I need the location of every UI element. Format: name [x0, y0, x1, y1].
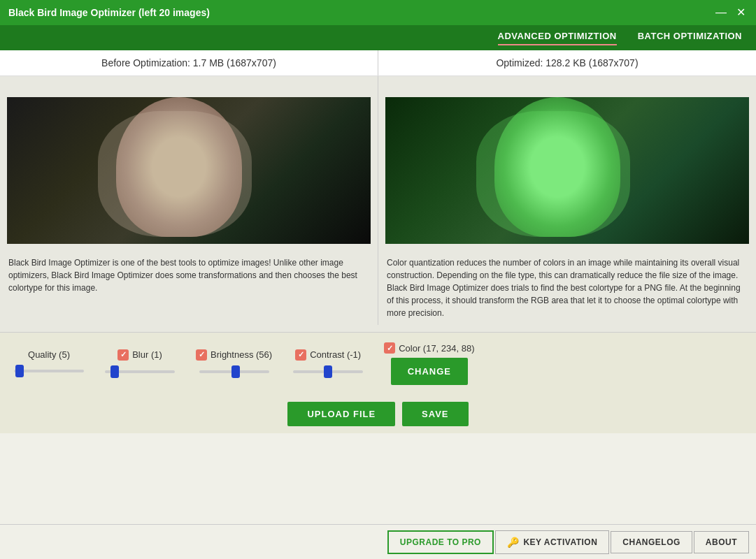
brightness-slider-container[interactable]	[199, 365, 269, 379]
brightness-slider-thumb[interactable]	[231, 365, 240, 378]
before-image-pane	[0, 76, 378, 251]
brightness-checkbox[interactable]	[196, 349, 207, 361]
quality-slider-thumb[interactable]	[15, 365, 24, 377]
after-image-pane	[378, 76, 756, 251]
contrast-control: Contrast (-1)	[293, 349, 363, 379]
upgrade-to-pro-button[interactable]: UPGRADE TO PRO	[387, 530, 494, 554]
window-controls: — ✕	[714, 6, 748, 20]
contrast-label: Contrast (-1)	[295, 349, 361, 361]
upload-file-button[interactable]: UPLOAD FILE	[287, 402, 395, 426]
key-icon: 🔑	[507, 537, 520, 548]
blur-slider-container[interactable]	[105, 365, 175, 379]
close-button[interactable]: ✕	[734, 6, 748, 20]
before-label: Before Optimization: 1.7 MB (1687x707)	[0, 50, 378, 75]
tab-batch[interactable]: BATCH OPTIMIZATION	[638, 31, 742, 45]
original-image	[7, 97, 371, 244]
changelog-button[interactable]: CHANGELOG	[611, 531, 692, 553]
contrast-checkbox[interactable]	[295, 349, 306, 361]
tab-advanced[interactable]: ADVANCED OPTIMIZTION	[498, 31, 617, 45]
about-button[interactable]: ABOUT	[694, 531, 749, 553]
comparison-header: Before Optimization: 1.7 MB (1687x707) O…	[0, 50, 756, 76]
after-image	[385, 97, 749, 244]
color-control: Color (17, 234, 88) CHANGE	[384, 342, 474, 385]
blur-label: Blur (1)	[117, 349, 162, 361]
save-button[interactable]: SAVE	[402, 402, 468, 426]
footer: UPGRADE TO PRO 🔑 KEY ACTIVATION CHANGELO…	[0, 524, 756, 559]
image-area	[0, 76, 756, 251]
contrast-label-text: Contrast (-1)	[310, 349, 361, 360]
quality-control: Quality (5)	[14, 349, 84, 378]
blur-control: Blur (1)	[105, 349, 175, 379]
action-bar: UPLOAD FILE SAVE	[0, 395, 756, 433]
change-button[interactable]: CHANGE	[391, 358, 468, 385]
brightness-label: Brightness (56)	[196, 349, 272, 361]
blur-label-text: Blur (1)	[132, 349, 162, 360]
blur-slider-thumb[interactable]	[110, 365, 119, 378]
minimize-button[interactable]: —	[714, 6, 728, 20]
quality-slider-container[interactable]	[14, 364, 84, 378]
nav-tabs: ADVANCED OPTIMIZTION BATCH OPTIMIZATION	[0, 25, 756, 50]
key-activation-button[interactable]: 🔑 KEY ACTIVATION	[495, 530, 609, 554]
contrast-slider-container[interactable]	[293, 365, 363, 379]
description-area: Black Bird Image Optimizer is one of the…	[0, 251, 756, 332]
title-bar: Black Bird Image Optimizer (left 20 imag…	[0, 0, 756, 25]
blur-slider-track	[105, 370, 175, 373]
color-checkbox[interactable]	[384, 342, 395, 354]
brightness-label-text: Brightness (56)	[211, 349, 272, 360]
right-description: Color quantization reduces the number of…	[378, 251, 756, 325]
quality-label: Quality (5)	[28, 349, 70, 360]
optimized-image	[385, 97, 749, 244]
app-title: Black Bird Image Optimizer (left 20 imag…	[8, 7, 210, 18]
brightness-control: Brightness (56)	[196, 349, 272, 379]
blur-checkbox[interactable]	[117, 349, 129, 361]
after-label: Optimized: 128.2 KB (1687x707)	[378, 50, 756, 75]
color-label: Color (17, 234, 88)	[384, 342, 474, 354]
key-activation-label: KEY ACTIVATION	[523, 537, 597, 547]
brightness-slider-track	[199, 370, 269, 373]
controls-bar: Quality (5) Blur (1) Brightness (56)	[0, 332, 756, 395]
left-description: Black Bird Image Optimizer is one of the…	[0, 251, 378, 325]
before-image	[7, 97, 371, 244]
contrast-slider-track	[293, 370, 363, 373]
contrast-slider-thumb[interactable]	[324, 365, 332, 378]
quality-label-text: Quality (5)	[28, 349, 70, 360]
quality-slider-track	[14, 370, 84, 372]
color-label-text: Color (17, 234, 88)	[399, 343, 474, 354]
